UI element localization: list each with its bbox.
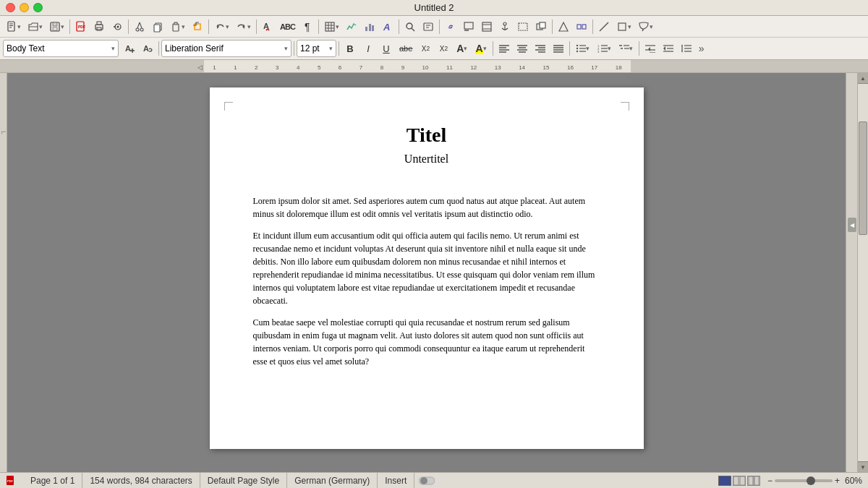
insert-table-button[interactable]: ▾ — [321, 18, 342, 35]
page-style[interactable]: Default Page Style — [200, 473, 287, 488]
print-preview-button[interactable] — [109, 18, 126, 35]
numbered-list-button[interactable]: 1.2.3. ▾ — [594, 40, 615, 57]
document-subtitle: Untertitel — [253, 153, 600, 166]
navigator-button[interactable] — [420, 18, 437, 35]
copy-button[interactable] — [149, 18, 166, 35]
undo-button[interactable]: ▾ — [211, 18, 232, 35]
sep13 — [493, 41, 493, 56]
open-button[interactable]: ▾ — [25, 18, 46, 35]
highlight-color-button[interactable]: A ▾ — [472, 40, 490, 57]
fontwork-button[interactable]: A — [379, 18, 396, 35]
ole-button[interactable] — [532, 18, 550, 35]
ruler-tick: 17 — [591, 64, 597, 71]
scroll-up-button[interactable]: ▲ — [858, 73, 869, 84]
close-button[interactable] — [6, 3, 15, 12]
paragraph-style-dropdown[interactable]: Body Text ▾ — [3, 40, 119, 57]
align-left-button[interactable] — [495, 40, 513, 57]
font-name-dropdown[interactable]: Liberation Serif ▾ — [161, 40, 292, 57]
insert-chart-button[interactable] — [343, 18, 360, 35]
sep11 — [294, 41, 294, 56]
redo-button[interactable]: ▾ — [233, 18, 254, 35]
zoom-slider[interactable] — [775, 479, 833, 482]
increase-indent-button[interactable] — [660, 40, 677, 57]
print-button[interactable] — [90, 18, 108, 35]
underline-button[interactable]: U — [378, 40, 395, 57]
shapes-button[interactable]: ▾ — [613, 18, 634, 35]
left-margin-panel: L — [0, 73, 7, 472]
svg-rect-47 — [519, 23, 527, 30]
italic-button[interactable]: I — [359, 40, 377, 57]
document-page: Titel Untertitel Lorem ipsum dolor sit a… — [210, 87, 644, 449]
bullet-list-button[interactable]: ▾ — [572, 40, 593, 57]
language[interactable]: German (Germany) — [287, 473, 378, 488]
subscript-button[interactable]: X2 — [435, 40, 452, 57]
anchor-button[interactable] — [496, 18, 514, 35]
size-chevron-icon: ▾ — [329, 45, 333, 52]
macro-button[interactable] — [555, 18, 572, 35]
view-single-button[interactable] — [718, 476, 731, 486]
view-book-button[interactable] — [747, 476, 760, 486]
vertical-scrollbar[interactable]: ▲ ▼ — [857, 73, 868, 472]
font-size-dropdown[interactable]: 12 pt ▾ — [297, 40, 336, 57]
svg-point-77 — [576, 48, 577, 49]
save-button[interactable]: ▾ — [46, 18, 67, 35]
document-canvas[interactable]: Titel Untertitel Lorem ipsum dolor sit a… — [7, 73, 846, 472]
line-spacing-button[interactable] — [678, 40, 695, 57]
toolbar-overflow-button[interactable]: » — [696, 40, 707, 57]
sep3 — [208, 20, 209, 34]
scroll-thumb[interactable] — [859, 121, 867, 235]
decrease-indent-button[interactable] — [642, 40, 659, 57]
new-button[interactable]: ▾ — [3, 18, 24, 35]
svg-text:PDF: PDF — [7, 479, 14, 483]
zoom-slider-thumb[interactable] — [807, 476, 815, 485]
align-center-button[interactable] — [514, 40, 531, 57]
zoom-in-button[interactable]: + — [835, 476, 840, 486]
maximize-button[interactable] — [33, 3, 43, 12]
zoom-out-button[interactable]: − — [767, 476, 773, 486]
clone-button[interactable] — [189, 18, 206, 35]
update-style-button[interactable]: A — [139, 40, 156, 57]
new-style-button[interactable]: A — [121, 40, 138, 57]
cut-button[interactable] — [131, 18, 148, 35]
paste-button[interactable]: ▾ — [167, 18, 188, 35]
font-chevron-icon: ▾ — [284, 45, 288, 52]
outline-list-button[interactable]: ▾ — [616, 40, 637, 57]
bold-button[interactable]: B — [341, 40, 359, 57]
pdf-button[interactable]: PDF — [72, 18, 90, 35]
scroll-up-icon: ▲ — [860, 75, 866, 82]
page-label: Page 1 of 1 — [30, 476, 75, 486]
find-replace-button[interactable] — [401, 18, 419, 35]
justify-button[interactable] — [550, 40, 567, 57]
svg-rect-20 — [154, 25, 160, 32]
footnote-button[interactable] — [460, 18, 477, 35]
sep4 — [256, 20, 257, 34]
ruler-tick: 12 — [470, 64, 477, 71]
hyperlink-button[interactable] — [442, 18, 459, 35]
scroll-track[interactable] — [858, 84, 868, 461]
frame-button[interactable] — [514, 18, 532, 35]
strikethrough-button[interactable]: abe — [396, 40, 416, 57]
formatting-marks-button[interactable]: ¶ — [299, 18, 316, 35]
font-color-button[interactable]: A ▾ — [453, 40, 471, 57]
header-footer-button[interactable] — [478, 18, 495, 35]
superscript-button[interactable]: X2 — [417, 40, 434, 57]
paragraph-3: Cum beatae saepe vel molestiae corrupti … — [253, 316, 600, 368]
basic-button[interactable] — [573, 18, 590, 35]
scroll-down-icon: ▼ — [860, 464, 866, 471]
abc-icon: ABC — [280, 22, 295, 31]
svg-rect-22 — [174, 22, 177, 25]
minimize-button[interactable] — [20, 3, 29, 12]
insert-bar-chart-button[interactable] — [361, 18, 378, 35]
autocorrect-button[interactable]: ABC — [277, 18, 298, 35]
view-multi-button[interactable] — [733, 476, 746, 486]
svg-rect-26 — [326, 22, 334, 31]
sidebar-collapse-button[interactable]: ◀ — [848, 218, 856, 232]
callout-button[interactable]: ▾ — [635, 18, 656, 35]
line-tool-button[interactable] — [595, 18, 613, 35]
spellcheck-button[interactable]: A — [259, 18, 276, 35]
document-body[interactable]: Lorem ipsum dolor sit amet. Sed asperior… — [253, 194, 600, 368]
align-right-button[interactable] — [532, 40, 549, 57]
svg-rect-37 — [424, 23, 433, 30]
scroll-down-button[interactable]: ▼ — [858, 461, 869, 472]
sep14 — [569, 41, 570, 56]
